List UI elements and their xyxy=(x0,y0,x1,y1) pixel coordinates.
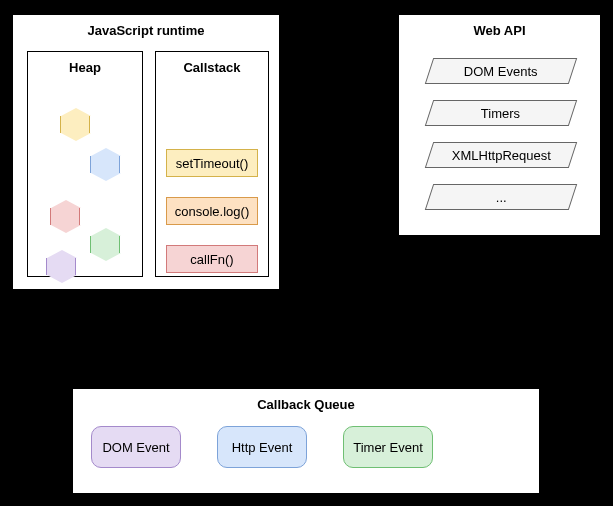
callback-item: DOM Event xyxy=(91,426,181,468)
webapi-panel: Web API DOM EventsTimersXMLHttpRequest..… xyxy=(398,14,601,236)
callstack-frame: console.log() xyxy=(166,197,258,225)
queue-title: Callback Queue xyxy=(73,389,539,420)
heap-object-hex xyxy=(90,227,120,261)
webapi-item: XMLHttpRequest xyxy=(425,142,577,168)
callstack-frame: setTimeout() xyxy=(166,149,258,177)
webapi-item-label: XMLHttpRequest xyxy=(452,148,551,163)
heap-title: Heap xyxy=(28,52,142,83)
callstack-title: Callstack xyxy=(156,52,268,83)
heap-object-hex xyxy=(46,249,76,283)
callback-queue-panel: Callback Queue DOM EventHttp EventTimer … xyxy=(72,388,540,494)
webapi-item-label: ... xyxy=(496,190,507,205)
callback-item: Http Event xyxy=(217,426,307,468)
callback-item: Timer Event xyxy=(343,426,433,468)
webapi-item: DOM Events xyxy=(425,58,577,84)
webapi-item: Timers xyxy=(425,100,577,126)
webapi-item-label: Timers xyxy=(481,106,520,121)
heap-panel: Heap xyxy=(27,51,143,277)
js-runtime-panel: JavaScript runtime Heap Callstack setTim… xyxy=(12,14,280,290)
runtime-title: JavaScript runtime xyxy=(13,15,279,46)
heap-object-hex xyxy=(50,199,80,233)
webapi-item: ... xyxy=(425,184,577,210)
webapi-title: Web API xyxy=(399,15,600,46)
callstack-frame: callFn() xyxy=(166,245,258,273)
heap-object-hex xyxy=(90,147,120,181)
callstack-panel: Callstack setTimeout()console.log()callF… xyxy=(155,51,269,277)
heap-object-hex xyxy=(60,107,90,141)
webapi-item-label: DOM Events xyxy=(464,64,538,79)
